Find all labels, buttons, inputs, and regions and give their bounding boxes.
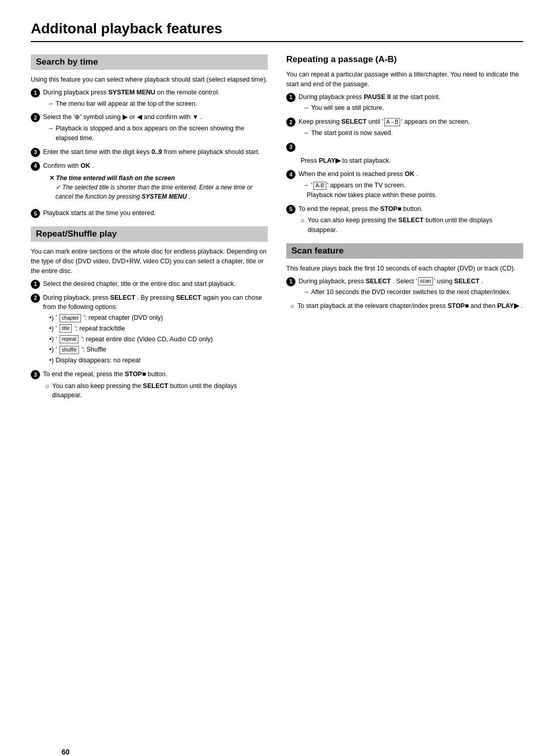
sf-step-1-arrow: → After 10 seconds the DVD recorder swit… (303, 287, 523, 297)
repeat-shuffle-title: Repeat/Shuffle play (36, 229, 263, 239)
rp-circle-item: ○ You can also keep pressing the SELECT … (301, 216, 523, 235)
main-content: Search by time Using this feature you ca… (31, 54, 523, 409)
rp-step-3-body (299, 142, 523, 152)
rp-step-1: 1 During playback press PAUSE II at the … (286, 92, 523, 113)
step-3-body: Enter the start time with the digit keys… (43, 147, 268, 157)
step-1-text: During playback press SYSTEM MENU on the… (43, 89, 220, 96)
step-num-4: 4 (31, 162, 40, 171)
rp-step-1-body: During playback press PAUSE II at the st… (299, 92, 523, 113)
search-step-1: 1 During playback press SYSTEM MENU on t… (31, 88, 268, 109)
repeating-intro: You can repeat a particular passage with… (286, 70, 523, 89)
rp-step-2-arrow: → The start point is now saved. (303, 128, 523, 138)
bullet-2: •) ' title ': repeat track/title (49, 324, 268, 334)
rs-step-num-3: 3 (31, 370, 40, 379)
rs-circle-item: ○ You can also keep pressing the SELECT … (45, 381, 268, 401)
step-2-body: Select the '⊕' symbol using ▶ or ◀ and c… (43, 112, 268, 143)
search-step-4: 4 Confirm with OK . The time entered wil… (31, 161, 268, 205)
step-num-1: 1 (31, 88, 40, 98)
sf-step-1: 1 During playback, press SELECT . Select… (286, 277, 523, 298)
rs-step-3-text: To end the repeat, press the STOP■ butto… (43, 371, 167, 378)
warning-title: The time entered will flash on the scree… (49, 173, 268, 183)
repeat-shuffle-header: Repeat/Shuffle play (31, 226, 268, 242)
sf-circle-item: ○ To start playback at the relevant chap… (290, 301, 523, 312)
arrow-icon: → (47, 99, 54, 109)
scan-intro: This feature plays back the first 10 sec… (286, 264, 523, 274)
rs-step-3: 3 To end the repeat, press the STOP■ but… (31, 370, 268, 400)
rp-step-num-2: 2 (286, 118, 295, 127)
rp-step-1-arrow: → You will see a still picture. (303, 103, 523, 113)
rp-step-3-sub: Press PLAY▶ to start playback. (301, 156, 523, 166)
repeating-passage-title: Repeating a passage (A-B) (286, 54, 523, 65)
rs-step-3-body: To end the repeat, press the STOP■ butto… (43, 370, 268, 400)
rp-step-5-body: To end the repeat, press the STOP■ butto… (299, 204, 523, 235)
repeat-intro: You can mark entire sections or the whol… (31, 247, 268, 276)
rp-step-4: 4 When the end point is reached press OK… (286, 169, 523, 200)
search-by-time-content: Using this feature you can select where … (31, 75, 268, 218)
search-by-time-header: Search by time (31, 54, 268, 70)
step-num-2: 2 (31, 113, 40, 122)
page-number: 60 (62, 748, 70, 756)
step-4-text: Confirm with OK . (43, 162, 94, 169)
rp-step-4-arrow2: Playback now takes place within these po… (307, 190, 523, 200)
step-5-text: Playback starts at the time you entered. (43, 209, 156, 217)
rp-step-num-5: 5 (286, 205, 295, 214)
rp-step-1-text: During playback press PAUSE II at the st… (299, 93, 440, 101)
repeating-passage-header: Repeating a passage (A-B) (286, 54, 523, 65)
rp-step-5: 5 To end the repeat, press the STOP■ but… (286, 204, 523, 235)
rs-step-2-text: During playback, press SELECT . By press… (43, 294, 262, 311)
sf-step-1-text: During playback, press SELECT . Select '… (299, 278, 483, 285)
search-by-time-title: Search by time (36, 57, 263, 67)
warning-body: ✓ The selected title is shorter than the… (55, 183, 268, 201)
rp-step-4-text: When the end point is reached press OK . (299, 170, 418, 178)
rp-step-4-body: When the end point is reached press OK .… (299, 169, 523, 200)
page-title: Additonal playback features (31, 21, 523, 37)
rs-step-num-1: 1 (31, 280, 40, 289)
rs-step-1-text: Select the desired chapter, title or the… (43, 280, 235, 287)
search-step-3: 3 Enter the start time with the digit ke… (31, 147, 268, 157)
rs-step-num-2: 2 (31, 294, 40, 303)
rp-step-num-1: 1 (286, 93, 295, 102)
rp-step-4-arrow1: → 'A-B' appears on the TV screen. (303, 181, 523, 190)
rs-step-1-body: Select the desired chapter, title or the… (43, 279, 268, 289)
left-column: Search by time Using this feature you ca… (31, 54, 268, 409)
bullet-4: •) ' shuffle ': Shuffle (49, 345, 268, 355)
bullet-3: •) ' repeat ': repeat entire disc (Video… (49, 335, 268, 344)
sf-step-1-body: During playback, press SELECT . Select '… (299, 277, 523, 298)
rp-step-num-4: 4 (286, 170, 295, 179)
search-step-2: 2 Select the '⊕' symbol using ▶ or ◀ and… (31, 112, 268, 143)
rp-step-num-3: 3 (286, 143, 295, 152)
step-1-arrow: → The menu bar will appear at the top of… (47, 99, 268, 109)
step-1-body: During playback press SYSTEM MENU on the… (43, 88, 268, 109)
title-divider (31, 41, 523, 42)
rp-step-2-text: Keep pressing SELECT until 'A→B' appears… (299, 118, 470, 125)
search-step-5: 5 Playback starts at the time you entere… (31, 208, 268, 218)
scan-feature-content: This feature plays back the first 10 sec… (286, 264, 523, 312)
step-3-text: Enter the start time with the digit keys… (43, 148, 260, 156)
scan-feature-header: Scan feature (286, 243, 523, 259)
rs-step-1: 1 Select the desired chapter, title or t… (31, 279, 268, 289)
repeat-shuffle-content: You can mark entire sections or the whol… (31, 247, 268, 400)
rp-step-3: 3 (286, 142, 523, 152)
arrow-icon-2: → (47, 124, 54, 133)
warning-box: The time entered will flash on the scree… (49, 173, 268, 201)
rp-step-2: 2 Keep pressing SELECT until 'A→B' appea… (286, 117, 523, 138)
bullet-5: •) Display disappears: no repeat (49, 356, 268, 365)
rp-step-5-text: To end the repeat, press the STOP■ butto… (299, 205, 423, 212)
repeating-passage-content: You can repeat a particular passage with… (286, 70, 523, 235)
step-4-body: Confirm with OK . The time entered will … (43, 161, 268, 205)
step-num-3: 3 (31, 148, 40, 157)
step-num-5: 5 (31, 209, 40, 218)
step-2-text: Select the '⊕' symbol using ▶ or ◀ and c… (43, 113, 202, 121)
step-1-arrow-text: The menu bar will appear at the top of t… (56, 99, 197, 109)
rs-step-2-body: During playback, press SELECT . By press… (43, 293, 268, 365)
rs-step-2: 2 During playback, press SELECT . By pre… (31, 293, 268, 365)
right-column: Repeating a passage (A-B) You can repeat… (286, 54, 523, 409)
rp-step-2-body: Keep pressing SELECT until 'A→B' appears… (299, 117, 523, 138)
sf-step-num-1: 1 (286, 277, 295, 286)
bullet-1: •) ' chapter ': repeat chapter (DVD only… (49, 313, 268, 323)
step-5-body: Playback starts at the time you entered. (43, 208, 268, 218)
scan-feature-title: Scan feature (291, 246, 518, 256)
step-2-arrow-text: Playback is stopped and a box appears on… (56, 124, 268, 143)
search-intro: Using this feature you can select where … (31, 75, 268, 85)
step-2-arrow: → Playback is stopped and a box appears … (47, 124, 268, 143)
